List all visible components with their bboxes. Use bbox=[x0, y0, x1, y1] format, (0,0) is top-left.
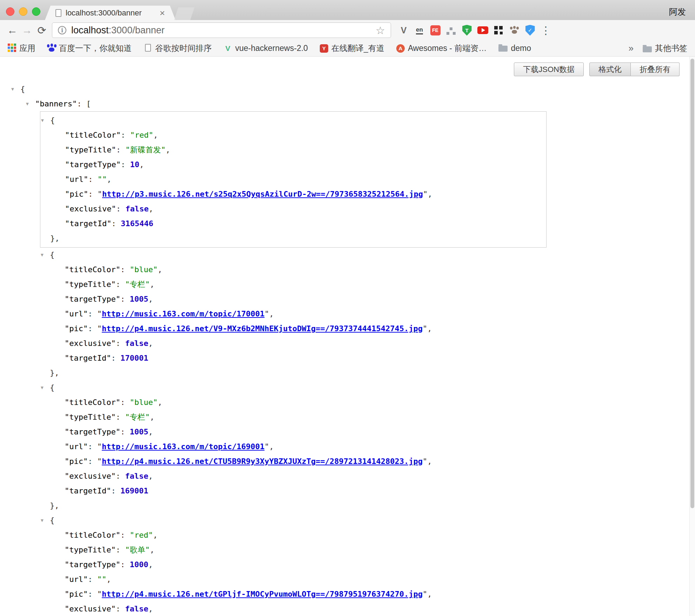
collapse-toggle-icon[interactable]: ▼ bbox=[41, 380, 44, 395]
json-line: "titleColor": "red", bbox=[0, 528, 695, 543]
collapse-all-button[interactable]: 折叠所有 bbox=[631, 63, 680, 76]
bookmark-item[interactable]: 应用 bbox=[8, 43, 35, 54]
back-icon[interactable]: ← bbox=[5, 24, 20, 36]
json-link[interactable]: http://p4.music.126.net/CTU5B9R9y3XyYBZX… bbox=[102, 457, 423, 466]
new-tab-button[interactable] bbox=[174, 7, 194, 20]
youdao-icon: Y bbox=[320, 44, 328, 53]
extensions-row: VenFET✓ bbox=[397, 24, 536, 37]
json-line: "targetId": 3165446 bbox=[40, 216, 546, 231]
vimium-extension-icon[interactable]: V bbox=[397, 24, 410, 37]
json-line: ▼{ bbox=[0, 380, 695, 395]
youtube-extension-icon[interactable] bbox=[476, 24, 489, 37]
json-tree: ▼{▼"banners": [▼{"titleColor": "red","ty… bbox=[0, 82, 695, 616]
format-button[interactable]: 格式化 bbox=[589, 63, 631, 76]
json-link[interactable]: http://p4.music.126.net/tGPljf-IMOCyPvum… bbox=[102, 590, 423, 598]
json-line: "pic": "http://p4.music.126.net/V9-MXz6b… bbox=[0, 321, 695, 336]
json-line: "typeTitle": "专栏", bbox=[0, 277, 695, 292]
collapse-toggle-icon[interactable]: ▼ bbox=[41, 513, 44, 528]
fullscreen-window-button[interactable] bbox=[32, 7, 40, 16]
browser-tab[interactable]: localhost:3000/banner × bbox=[45, 6, 176, 20]
json-line: "exclusive": false, bbox=[40, 202, 546, 216]
translate-extension-icon[interactable]: en bbox=[413, 24, 426, 37]
bookmark-item[interactable]: Y在线翻译_有道 bbox=[320, 43, 384, 54]
json-line: ▼"banners": [ bbox=[0, 97, 695, 111]
scrollbar[interactable] bbox=[689, 57, 695, 616]
json-line: "targetType": 10, bbox=[40, 157, 546, 172]
org-extension-icon[interactable] bbox=[445, 24, 457, 37]
collapse-toggle-icon[interactable]: ▼ bbox=[41, 248, 44, 262]
bookmarks-bar: 应用百度一下，你就知道谷歌按时间排序Vvue-hackernews-2.0Y在线… bbox=[0, 40, 695, 57]
json-link[interactable]: http://music.163.com/m/topic/170001 bbox=[102, 309, 265, 318]
browser-window: localhost:3000/banner × 阿发 ← → ⟳ i local… bbox=[0, 0, 695, 616]
bookmark-item[interactable]: 百度一下，你就知道 bbox=[47, 43, 132, 54]
json-line: }, bbox=[0, 498, 695, 513]
address-bar[interactable]: i localhost:3000/banner ☆ bbox=[52, 22, 391, 38]
tab-title: localhost:3000/banner bbox=[66, 8, 155, 18]
download-json-button[interactable]: 下载JSON数据 bbox=[514, 63, 584, 76]
bookmarks-items: 应用百度一下，你就知道谷歌按时间排序Vvue-hackernews-2.0Y在线… bbox=[8, 43, 531, 54]
json-actions: 下载JSON数据 格式化 折叠所有 bbox=[0, 57, 695, 76]
collapse-toggle-icon[interactable]: ▼ bbox=[41, 113, 44, 128]
json-line: "url": "http://music.163.com/m/topic/169… bbox=[0, 439, 695, 454]
fe-extension-icon[interactable]: FE bbox=[429, 24, 442, 37]
json-line: "targetType": 1000, bbox=[0, 557, 695, 572]
json-line: ▼{ bbox=[0, 248, 695, 262]
folder-icon bbox=[498, 44, 508, 53]
json-line: ▼{ bbox=[40, 113, 546, 128]
minimize-window-button[interactable] bbox=[19, 7, 27, 16]
bookmark-item[interactable]: 谷歌按时间排序 bbox=[144, 43, 212, 54]
page-icon bbox=[144, 44, 152, 53]
bookmark-item[interactable]: Vvue-hackernews-2.0 bbox=[224, 44, 308, 53]
window-controls bbox=[6, 7, 40, 16]
shield-t-extension-icon[interactable]: T bbox=[461, 24, 473, 37]
folder-icon bbox=[643, 46, 652, 52]
json-line: ▼{ bbox=[0, 513, 695, 528]
bookmark-star-icon[interactable]: ☆ bbox=[376, 24, 385, 37]
nav-bar: ← → ⟳ i localhost:3000/banner ☆ VenFET✓ … bbox=[0, 20, 695, 40]
json-link[interactable]: http://p4.music.126.net/V9-MXz6b2MNhEKju… bbox=[102, 324, 423, 333]
json-line: }, bbox=[0, 366, 695, 380]
apps-grid-icon bbox=[8, 44, 16, 53]
page-info-icon[interactable]: i bbox=[58, 26, 66, 34]
page-favicon-icon bbox=[55, 9, 61, 17]
collapse-toggle-icon[interactable]: ▼ bbox=[26, 97, 29, 111]
json-line: "targetType": 1005, bbox=[0, 425, 695, 439]
close-window-button[interactable] bbox=[6, 7, 14, 16]
bookmark-item[interactable]: demo bbox=[498, 44, 531, 53]
json-line: "url": "http://music.163.com/m/topic/170… bbox=[0, 307, 695, 321]
json-line: "titleColor": "blue", bbox=[0, 395, 695, 410]
qrcode-extension-icon[interactable] bbox=[492, 24, 505, 37]
shield-check-extension-icon[interactable]: ✓ bbox=[524, 24, 536, 37]
tab-close-icon[interactable]: × bbox=[160, 8, 165, 18]
url-text[interactable]: localhost:3000/banner bbox=[71, 25, 371, 36]
json-link[interactable]: http://music.163.com/m/topic/169001 bbox=[102, 442, 265, 451]
scrollbar-thumb[interactable] bbox=[690, 59, 694, 508]
format-button-group: 格式化 折叠所有 bbox=[589, 63, 680, 76]
json-line: "typeTitle": "新碟首发", bbox=[40, 143, 546, 157]
json-line: "typeTitle": "歌单", bbox=[0, 543, 695, 557]
baidu-icon bbox=[47, 44, 56, 53]
browser-menu-icon[interactable]: ⋮ bbox=[541, 24, 551, 37]
json-line: "exclusive": false, bbox=[0, 602, 695, 616]
json-line: "titleColor": "red", bbox=[40, 128, 546, 143]
collapse-toggle-icon[interactable]: ▼ bbox=[11, 82, 14, 97]
json-link[interactable]: http://p3.music.126.net/s25q2x5QyqsAzilC… bbox=[102, 190, 423, 198]
forward-icon[interactable]: → bbox=[20, 24, 34, 36]
json-line: "titleColor": "blue", bbox=[0, 262, 695, 277]
bookmarks-right: » 其他书签 bbox=[629, 43, 687, 54]
highlighted-json-object: ▼{"titleColor": "red","typeTitle": "新碟首发… bbox=[40, 111, 547, 248]
bookmark-item[interactable]: AAwesomes - 前端资… bbox=[396, 43, 487, 54]
awesomes-icon: A bbox=[396, 44, 405, 53]
json-line: "exclusive": false, bbox=[0, 336, 695, 351]
profile-name: 阿发 bbox=[669, 6, 686, 18]
json-line: "exclusive": false, bbox=[0, 469, 695, 484]
paw-extension-icon[interactable] bbox=[508, 24, 521, 37]
bookmarks-overflow-icon[interactable]: » bbox=[629, 43, 634, 54]
page-content: 下载JSON数据 格式化 折叠所有 ▼{▼"banners": [▼{"titl… bbox=[0, 57, 695, 616]
json-line: "targetId": 170001 bbox=[0, 351, 695, 366]
title-bar: localhost:3000/banner × 阿发 bbox=[0, 0, 695, 20]
json-line: "typeTitle": "专栏", bbox=[0, 410, 695, 425]
other-bookmarks-folder[interactable]: 其他书签 bbox=[643, 43, 687, 54]
json-line: "url": "", bbox=[0, 572, 695, 587]
reload-icon[interactable]: ⟳ bbox=[34, 24, 49, 37]
